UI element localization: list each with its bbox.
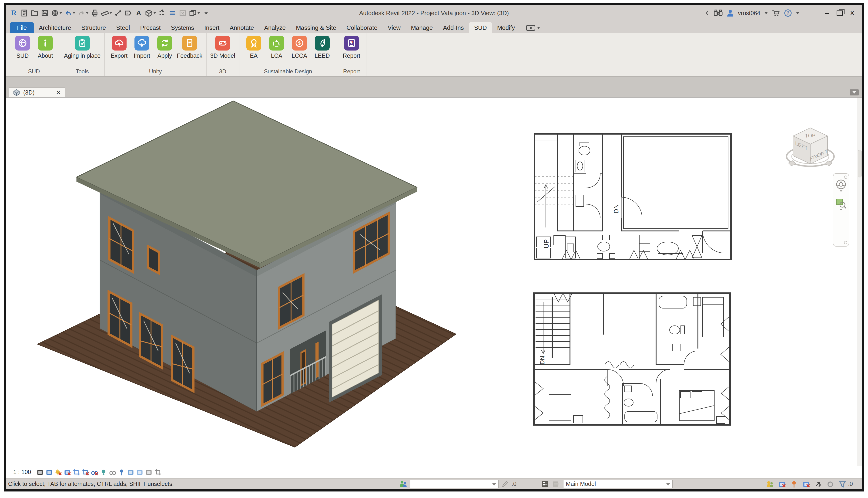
worksharing-display-icon[interactable]: [136, 469, 143, 476]
qat-section-icon[interactable]: [158, 9, 166, 17]
ribbon-panel-title[interactable]: Unity: [105, 67, 206, 76]
minimize-button[interactable]: –: [822, 9, 832, 17]
qat-customize-quick-access-icon[interactable]: [202, 9, 210, 17]
visual-style-icon[interactable]: [45, 469, 53, 476]
qat-measure-icon[interactable]: [101, 9, 112, 17]
show-analytical-model-icon[interactable]: [118, 469, 125, 476]
drawing-area[interactable]: DN UP: [6, 97, 862, 478]
zoom-tool-icon[interactable]: [835, 197, 847, 211]
qat-default-3d-view-icon[interactable]: [145, 9, 156, 17]
ribbon-panel-title[interactable]: Report: [337, 67, 366, 76]
ribbon-tab-collaborate[interactable]: Collaborate: [341, 22, 382, 33]
qat-aligned-dimension-icon[interactable]: [114, 9, 122, 17]
restore-button[interactable]: [837, 11, 843, 16]
ribbon-tab-insert[interactable]: Insert: [199, 22, 225, 33]
ribbon-tab-view[interactable]: View: [382, 22, 406, 33]
view-tab-3d[interactable]: (3D) ✕: [9, 88, 65, 97]
ribbon-tab-structure[interactable]: Structure: [76, 22, 111, 33]
ribbon-button-3d-model[interactable]: 3D Model: [210, 36, 235, 59]
add-to-set-icon[interactable]: [552, 480, 560, 488]
qat-new-icon[interactable]: [20, 9, 28, 17]
ribbon-button-feedback[interactable]: Feedback: [177, 36, 202, 59]
ribbon-tab-analyze[interactable]: Analyze: [259, 22, 291, 33]
editable-worksets-pencil-icon[interactable]: [501, 480, 509, 488]
qat-revit-logo-icon[interactable]: R: [10, 9, 18, 17]
ribbon-button-sud[interactable]: SUD: [12, 36, 33, 59]
qat-open-icon[interactable]: [30, 9, 38, 17]
ribbon-button-import[interactable]: Import: [131, 36, 153, 59]
ribbon-tab-precast[interactable]: Precast: [135, 22, 166, 33]
ribbon-button-aging-in-place[interactable]: Aging in place: [64, 36, 100, 59]
reveal-hidden-elements-icon[interactable]: [100, 469, 107, 476]
navigation-wheel-icon[interactable]: [835, 179, 847, 192]
signed-in-user[interactable]: vrost064: [738, 10, 760, 16]
ribbon-button-export[interactable]: Export: [108, 36, 130, 59]
ribbon-tab-manage[interactable]: Manage: [406, 22, 438, 33]
qat-print-icon[interactable]: [91, 9, 99, 17]
navbar-pin-icon[interactable]: [844, 175, 847, 179]
ribbon-panel-title[interactable]: Tools: [60, 67, 104, 76]
ribbon-button-report[interactable]: Report: [341, 36, 362, 59]
vertical-scrollbar[interactable]: [857, 97, 862, 466]
ribbon-tab-steel[interactable]: Steel: [111, 22, 135, 33]
detail-level-icon[interactable]: [37, 469, 43, 476]
floor-plan-level-2[interactable]: DN: [530, 288, 734, 430]
user-menu-caret[interactable]: [764, 12, 768, 14]
tab-list-menu-icon[interactable]: [850, 89, 859, 95]
ribbon-panel-title[interactable]: SUD: [8, 67, 60, 76]
shadows-icon[interactable]: [64, 469, 71, 476]
select-toggle-icon[interactable]: [814, 480, 822, 488]
drag-elements-icon[interactable]: [827, 480, 834, 488]
qat-text-icon[interactable]: A: [135, 9, 143, 17]
ribbon-tab-massing-site[interactable]: Massing & Site: [291, 22, 341, 33]
crop-region-visibility-icon[interactable]: [82, 469, 89, 476]
ribbon-tab-modify[interactable]: Modify: [492, 22, 520, 33]
ribbon-panel-title[interactable]: 3D: [207, 67, 239, 76]
show-crop-region-icon[interactable]: [73, 469, 80, 476]
ribbon-panel-title[interactable]: Sustainable Design: [240, 67, 337, 76]
sun-path-icon[interactable]: [55, 469, 62, 476]
ribbon-tab-add-ins[interactable]: Add-Ins: [438, 22, 469, 33]
view-scale-button[interactable]: 1 : 100: [12, 468, 34, 476]
ribbon-display-toggle[interactable]: [526, 25, 540, 31]
collaborate-icon[interactable]: [399, 480, 407, 488]
qat-undo-icon[interactable]: [64, 9, 75, 17]
links-status-icon[interactable]: [802, 480, 810, 488]
temporary-hide-isolate-icon[interactable]: [91, 469, 98, 476]
navbar-options-icon[interactable]: [844, 241, 847, 244]
qat-save-icon[interactable]: [41, 9, 49, 17]
reveal-constraints-toggle-icon[interactable]: [154, 469, 161, 476]
reveal-constraints-icon[interactable]: [145, 469, 152, 476]
active-workset-select[interactable]: [410, 480, 499, 488]
help-menu-caret[interactable]: [796, 12, 799, 14]
ribbon-button-ea[interactable]: EA: [243, 36, 265, 59]
ribbon-tab-systems[interactable]: Systems: [166, 22, 199, 33]
close-button[interactable]: X: [847, 9, 857, 17]
ribbon-button-about[interactable]: About: [35, 36, 56, 59]
design-options-dialog-icon[interactable]: [541, 480, 549, 488]
help-icon[interactable]: ?: [784, 9, 792, 17]
qat-redo-icon[interactable]: [78, 9, 89, 17]
collapse-search-icon[interactable]: [705, 10, 709, 16]
qat-synchronize-icon[interactable]: [51, 9, 62, 17]
scrollbar-thumb[interactable]: [858, 150, 862, 178]
temporary-view-properties-icon[interactable]: [109, 469, 116, 476]
worksharing-status-icon[interactable]: [778, 480, 786, 488]
qat-thin-lines-icon[interactable]: [168, 9, 176, 17]
ribbon-button-lca[interactable]: LCA: [266, 36, 287, 59]
floor-plan-level-1[interactable]: DN UP: [530, 127, 735, 264]
highlight-displacement-sets-icon[interactable]: [127, 469, 134, 476]
ribbon-tab-sud[interactable]: SUD: [469, 22, 492, 33]
qat-close-inactive-windows-icon[interactable]: [179, 9, 187, 17]
design-option-select[interactable]: Main Model: [563, 480, 673, 488]
viewcube[interactable]: TOP LEFT FRONT: [781, 120, 841, 178]
house-3d-model[interactable]: [22, 97, 476, 461]
ribbon-tab-file[interactable]: File: [10, 22, 34, 33]
user-account-icon[interactable]: [727, 9, 734, 17]
requests-pending-icon[interactable]: [790, 480, 798, 488]
qat-switch-windows-icon[interactable]: [189, 9, 200, 17]
viewcube-top-face[interactable]: TOP: [805, 132, 816, 139]
editable-only-icon[interactable]: [766, 480, 774, 488]
ribbon-button-leed[interactable]: LEED: [312, 36, 333, 59]
filter-icon[interactable]: [839, 480, 846, 488]
